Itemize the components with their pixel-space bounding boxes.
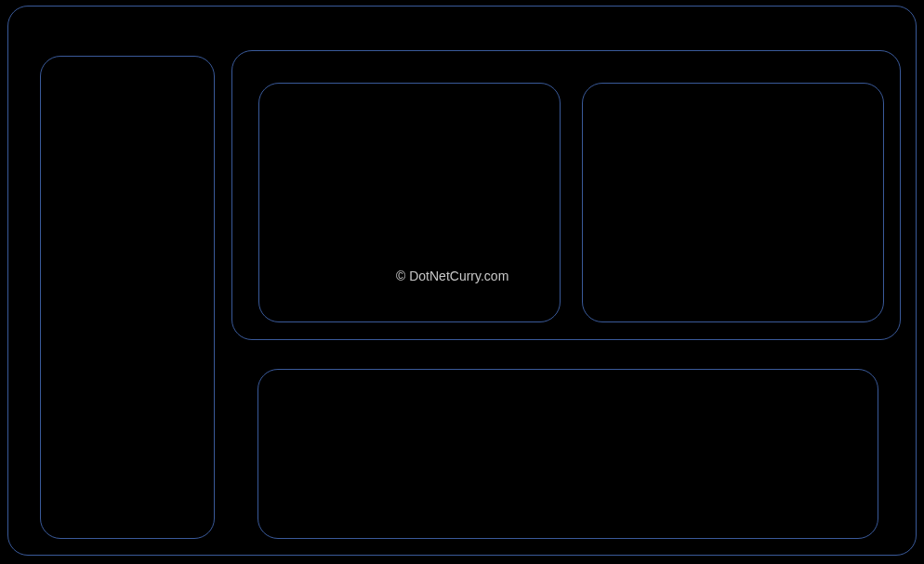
inner-panel-left bbox=[258, 83, 561, 322]
sidebar-panel bbox=[40, 56, 215, 539]
bottom-panel bbox=[257, 369, 878, 539]
top-right-container bbox=[231, 50, 901, 340]
watermark-label: © DotNetCurry.com bbox=[396, 269, 508, 283]
inner-panel-right bbox=[582, 83, 884, 322]
